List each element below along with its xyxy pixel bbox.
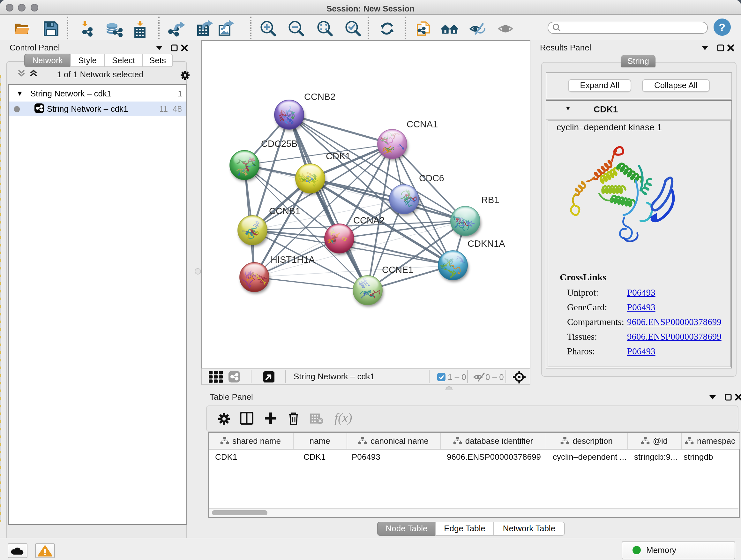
svg-text:CCNA2: CCNA2	[353, 215, 384, 225]
svg-text:CCNB1: CCNB1	[269, 206, 300, 216]
svg-text:CDC6: CDC6	[419, 173, 444, 183]
svg-text:f(x): f(x)	[334, 411, 352, 425]
svg-text:HIST1H1A: HIST1H1A	[270, 254, 315, 264]
svg-text:RB1: RB1	[481, 194, 499, 205]
svg-text:CDKN1A: CDKN1A	[467, 238, 505, 248]
svg-text:CCNE1: CCNE1	[382, 264, 413, 274]
svg-text:CCNA1: CCNA1	[406, 119, 437, 129]
svg-text:CCNB2: CCNB2	[304, 91, 335, 102]
svg-text:?: ?	[719, 21, 726, 33]
svg-text:CDC25B: CDC25B	[261, 138, 297, 148]
svg-text:CDK1: CDK1	[326, 151, 350, 161]
